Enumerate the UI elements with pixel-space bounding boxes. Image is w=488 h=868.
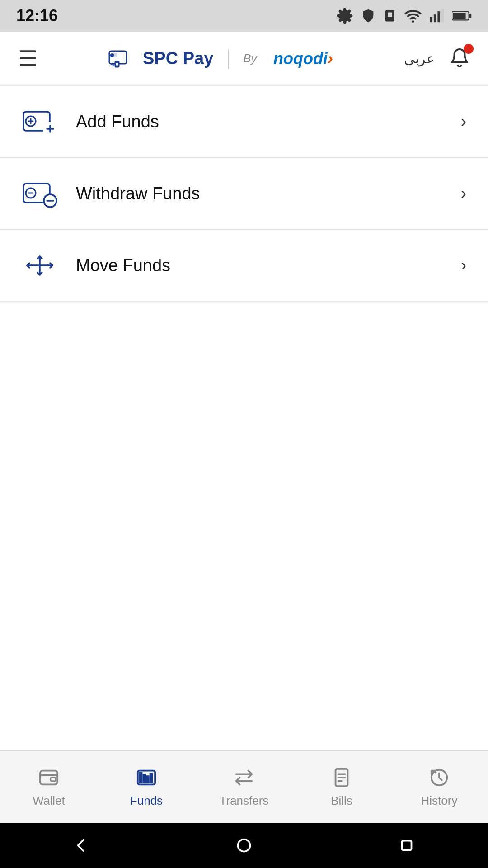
svg-rect-8	[469, 14, 472, 18]
spc-pay-logo-icon: SPC	[108, 47, 136, 70]
recents-button[interactable]	[393, 832, 420, 859]
svg-rect-36	[143, 774, 145, 783]
header: ☰ SPC SPC Pay By noqodi› عربي	[0, 32, 488, 86]
add-funds-label: Add Funds	[76, 112, 159, 132]
noqodi-label: noqodi›	[273, 49, 333, 68]
move-funds-left: Move Funds	[22, 250, 170, 281]
bottom-nav: Wallet Funds Transfers	[0, 750, 488, 823]
funds-nav-icon	[135, 766, 158, 789]
svg-rect-9	[453, 13, 465, 19]
nav-item-funds[interactable]: Funds	[110, 766, 183, 808]
withdraw-funds-arrow: ›	[461, 184, 466, 203]
nav-item-wallet[interactable]: Wallet	[13, 766, 85, 808]
svg-rect-38	[150, 773, 153, 783]
android-nav-bar	[0, 823, 488, 868]
svg-rect-5	[437, 11, 440, 22]
svg-rect-33	[51, 778, 56, 781]
signal-icon	[429, 7, 445, 24]
back-button[interactable]	[68, 832, 95, 859]
move-funds-label: Move Funds	[76, 256, 170, 275]
move-funds-item[interactable]: Move Funds ›	[0, 230, 488, 302]
status-bar: 12:16	[0, 0, 488, 32]
bills-nav-icon	[330, 766, 353, 789]
move-funds-arrow: ›	[461, 256, 466, 275]
status-icons	[336, 7, 472, 24]
home-button[interactable]	[230, 832, 258, 859]
language-button[interactable]: عربي	[404, 51, 435, 66]
nav-item-bills[interactable]: Bills	[305, 766, 378, 808]
by-label: By	[243, 52, 257, 66]
transfers-nav-label: Transfers	[220, 794, 269, 808]
header-logo: SPC SPC Pay By noqodi›	[108, 47, 333, 70]
nav-item-history[interactable]: History	[403, 766, 475, 808]
history-nav-label: History	[421, 794, 458, 808]
svg-rect-47	[402, 841, 412, 850]
notification-badge	[464, 44, 474, 54]
svg-point-46	[238, 840, 250, 852]
settings-icon	[336, 7, 353, 24]
svg-point-15	[116, 63, 118, 66]
move-funds-icon	[22, 250, 58, 281]
add-funds-item[interactable]: Add Funds ›	[0, 86, 488, 158]
funds-nav-label: Funds	[130, 794, 163, 808]
bills-nav-label: Bills	[331, 794, 352, 808]
logo-divider	[228, 49, 229, 69]
notification-bell-button[interactable]	[449, 47, 470, 70]
svg-rect-3	[430, 17, 432, 22]
svg-point-12	[110, 53, 114, 57]
nav-item-transfers[interactable]: Transfers	[208, 766, 280, 808]
svg-point-2	[412, 20, 414, 23]
svg-rect-35	[140, 773, 142, 783]
wallet-nav-icon	[37, 766, 61, 789]
sim-icon	[383, 7, 397, 24]
app-name-label: SPC Pay	[143, 49, 213, 68]
status-time: 12:16	[16, 6, 58, 25]
wifi-icon	[404, 7, 422, 24]
svg-rect-6	[441, 9, 444, 22]
withdraw-funds-item[interactable]: Withdraw Funds ›	[0, 158, 488, 230]
svg-rect-4	[434, 14, 436, 22]
battery-icon	[452, 9, 472, 23]
add-funds-left: Add Funds	[22, 106, 159, 137]
withdraw-funds-icon	[22, 178, 58, 209]
wallet-nav-label: Wallet	[33, 794, 65, 808]
svg-rect-37	[146, 776, 149, 783]
add-funds-arrow: ›	[461, 112, 466, 131]
menu-button[interactable]: ☰	[18, 48, 38, 70]
withdraw-funds-left: Withdraw Funds	[22, 178, 200, 209]
transfers-nav-icon	[232, 766, 256, 789]
withdraw-funds-label: Withdraw Funds	[76, 184, 200, 203]
add-funds-icon	[22, 106, 58, 137]
svg-rect-1	[388, 13, 392, 17]
shield-icon	[361, 7, 376, 24]
history-nav-icon	[427, 766, 451, 789]
main-content: Add Funds › Withdraw Funds ›	[0, 86, 488, 750]
header-right: عربي	[404, 47, 470, 70]
